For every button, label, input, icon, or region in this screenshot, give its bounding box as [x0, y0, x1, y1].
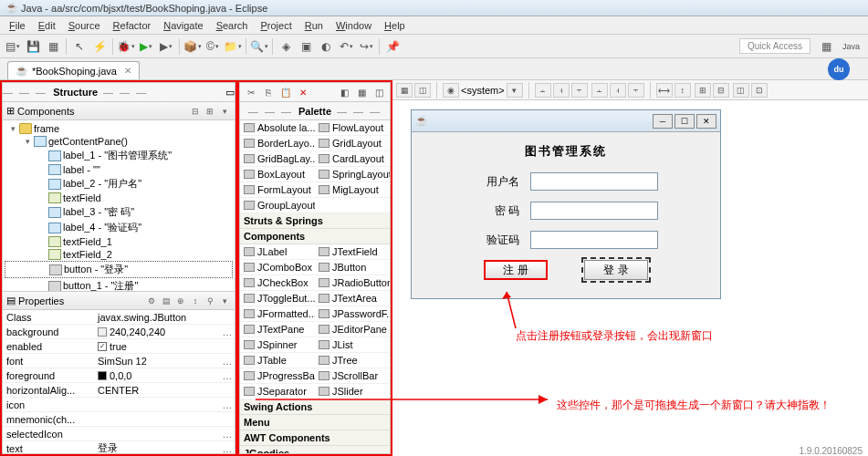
baidu-icon[interactable]: du: [828, 58, 850, 80]
design-canvas[interactable]: ☕ ─ ☐ ✕ 图书管理系统 用户名 密 码 验证码 注 册 登 录: [392, 100, 868, 456]
center-v-icon[interactable]: ⊡: [751, 83, 768, 98]
register-button[interactable]: 注 册: [484, 260, 548, 280]
jframe-preview[interactable]: ☕ ─ ☐ ✕ 图书管理系统 用户名 密 码 验证码 注 册 登 录: [411, 109, 721, 299]
tb-icon-3[interactable]: ◐: [317, 37, 335, 56]
palette-item[interactable]: FlowLayout: [315, 120, 390, 136]
property-row[interactable]: icon…: [3, 398, 235, 412]
palette-category[interactable]: JGoodies: [240, 446, 390, 454]
palette-item[interactable]: JLabel: [240, 244, 315, 260]
collapse-icon[interactable]: ⊞: [204, 105, 216, 118]
editor-tab[interactable]: ☕ *BookShoping.java ✕: [7, 61, 140, 79]
tree-item[interactable]: label_3 - "密 码": [5, 204, 233, 220]
palette-item[interactable]: CardLayout: [315, 151, 390, 167]
tree-item[interactable]: ▾getContentPane(): [5, 135, 233, 148]
menu-run[interactable]: Run: [299, 18, 329, 33]
ct2-icon[interactable]: ◫: [414, 83, 431, 98]
ct1-icon[interactable]: ▦: [396, 83, 413, 98]
menu-refactor[interactable]: Refactor: [108, 18, 157, 33]
t3-icon[interactable]: ◫: [371, 85, 386, 99]
align-r-icon[interactable]: ⫟: [571, 83, 588, 98]
palette-item[interactable]: JPasswordF...: [315, 306, 390, 322]
pin-icon[interactable]: 📌: [383, 37, 402, 56]
new-pkg-button[interactable]: 📦: [183, 37, 202, 56]
palette-category[interactable]: Menu: [240, 415, 390, 430]
tree-item[interactable]: button_1 - "注册": [5, 278, 233, 292]
center-h-icon[interactable]: ◫: [733, 83, 749, 98]
property-row[interactable]: background240,240,240…: [3, 325, 235, 339]
tree-item[interactable]: textField: [5, 192, 233, 204]
login-button[interactable]: 登 录: [584, 260, 648, 280]
ct-sys-icon[interactable]: ◉: [443, 83, 459, 98]
quick-access[interactable]: Quick Access: [739, 38, 810, 54]
palette-item[interactable]: SpringLayout: [315, 167, 390, 182]
menu-project[interactable]: Project: [256, 18, 298, 33]
paste-icon[interactable]: 📋: [278, 85, 293, 99]
p2-icon[interactable]: ▤: [160, 295, 173, 307]
palette-list[interactable]: Absolute la...FlowLayoutBorderLayo...Gri…: [239, 120, 391, 454]
property-row[interactable]: selectedIcon…: [3, 427, 235, 441]
min-icon[interactable]: ▭: [225, 87, 235, 98]
save-all-button[interactable]: ▦: [44, 37, 62, 56]
expand-icon[interactable]: ⊟: [189, 105, 202, 118]
same-h-icon[interactable]: ↕: [675, 83, 691, 98]
tree-item[interactable]: label_1 - "图书管理系统": [5, 148, 233, 163]
tree-item[interactable]: textField_2: [5, 248, 233, 261]
palette-item[interactable]: MigLayout: [315, 182, 390, 198]
ct-dd-icon[interactable]: ▾: [507, 83, 523, 98]
new-button[interactable]: ▤: [4, 37, 22, 56]
palette-item[interactable]: JSeparator: [240, 384, 315, 399]
palette-item[interactable]: JTree: [315, 353, 390, 368]
cut-icon[interactable]: ✂: [244, 85, 258, 99]
palette-item[interactable]: JTextField: [315, 244, 390, 260]
close-icon[interactable]: ✕: [124, 66, 131, 76]
cursor-icon[interactable]: ↖: [70, 37, 89, 56]
tree-item[interactable]: label_4 - "验证码": [5, 220, 233, 235]
save-button[interactable]: 💾: [24, 37, 42, 56]
palette-item[interactable]: GridLayout: [315, 136, 390, 151]
palette-item[interactable]: JEditorPane: [315, 322, 390, 337]
same-w-icon[interactable]: ⟷: [656, 83, 673, 98]
p3-icon[interactable]: ⊕: [174, 295, 187, 307]
menu-navigate[interactable]: Navigate: [158, 18, 208, 33]
palette-category[interactable]: AWT Components: [240, 430, 390, 446]
tree-item[interactable]: label - "": [5, 163, 233, 176]
tb-icon-2[interactable]: ▣: [297, 37, 315, 56]
user-input[interactable]: [530, 172, 658, 191]
new-folder-button[interactable]: 📁: [224, 37, 242, 56]
properties-table[interactable]: Classjavax.swing.JButtonbackground240,24…: [2, 310, 235, 454]
tb-icon-4[interactable]: ↶: [337, 37, 355, 56]
palette-item[interactable]: JProgressBar: [240, 368, 315, 384]
palette-category[interactable]: Components: [240, 229, 390, 244]
palette-item[interactable]: JList: [315, 337, 390, 353]
palette-item[interactable]: JComboBox: [240, 260, 315, 275]
run-button[interactable]: ▶: [137, 37, 155, 56]
java-perspective[interactable]: Java: [838, 37, 864, 56]
menu-file[interactable]: File: [4, 18, 31, 33]
tree-item[interactable]: label_2 - "用户名": [5, 176, 233, 192]
align-c-icon[interactable]: ⫞: [553, 83, 570, 98]
p5-icon[interactable]: ⚲: [204, 295, 216, 307]
palette-item[interactable]: JTable: [240, 353, 315, 368]
palette-item[interactable]: JTextPane: [240, 322, 315, 337]
palette-item[interactable]: JFormatted...: [240, 306, 315, 322]
menu-icon[interactable]: ▾: [218, 295, 231, 307]
new-class-button[interactable]: ©: [204, 37, 222, 56]
palette-item[interactable]: FormLayout: [240, 182, 315, 198]
align-t-icon[interactable]: ⫠: [591, 83, 608, 98]
palette-item[interactable]: JTextArea: [315, 291, 390, 306]
palette-item[interactable]: JButton: [315, 260, 390, 275]
delete-icon[interactable]: ✕: [296, 85, 310, 99]
t2-icon[interactable]: ▦: [354, 85, 369, 99]
search-button[interactable]: 🔍: [250, 37, 268, 56]
maximize-icon[interactable]: ☐: [675, 114, 695, 129]
palette-item[interactable]: Absolute la...: [240, 120, 315, 136]
palette-item[interactable]: BoxLayout: [240, 167, 315, 182]
captcha-input[interactable]: [530, 231, 658, 249]
tb-icon-1[interactable]: ◈: [277, 37, 295, 56]
align-m-icon[interactable]: ⫞: [610, 83, 626, 98]
palette-item[interactable]: JToggleBut...: [240, 291, 315, 306]
property-row[interactable]: Classjavax.swing.JButton: [3, 310, 235, 325]
palette-item[interactable]: JSlider: [315, 384, 390, 399]
debug-button[interactable]: 🐞: [117, 37, 135, 56]
component-tree[interactable]: ▾frame▾getContentPane()label_1 - "图书管理系统…: [2, 120, 235, 292]
